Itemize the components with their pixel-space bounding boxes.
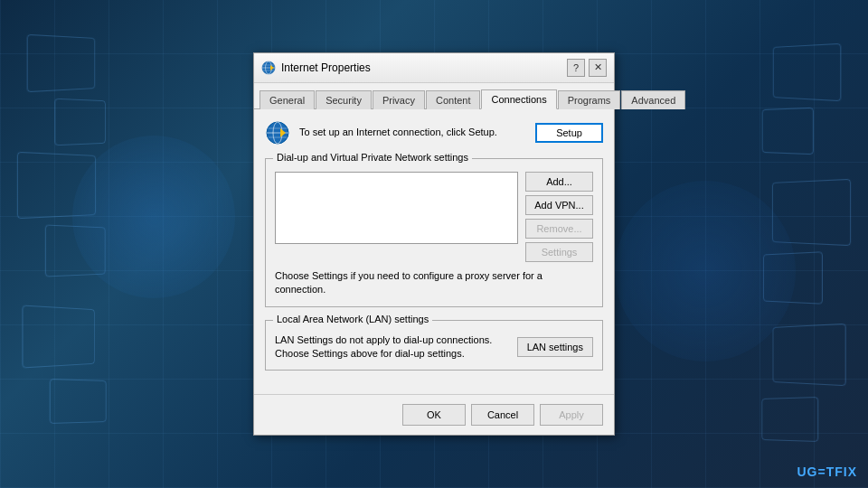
help-button[interactable]: ? (567, 59, 585, 77)
ie-icon (261, 61, 276, 75)
setup-button[interactable]: Setup (535, 123, 603, 143)
remove-button[interactable]: Remove... (525, 219, 593, 239)
dialup-list[interactable] (275, 172, 518, 244)
tab-advanced[interactable]: Advanced (621, 90, 685, 109)
apply-button[interactable]: Apply (540, 404, 603, 426)
dialog-title: Internet Properties (281, 61, 371, 74)
dialup-buttons: Add... Add VPN... Remove... Settings (525, 172, 593, 262)
dialup-legend: Dial-up and Virtual Private Network sett… (273, 152, 472, 163)
internet-properties-dialog: Internet Properties ? ✕ General Security… (253, 52, 615, 436)
setup-row: To set up an Internet connection, click … (265, 120, 603, 145)
close-button[interactable]: ✕ (589, 59, 607, 77)
lan-content: LAN Settings do not apply to dial-up con… (275, 333, 593, 361)
bottom-bar: OK Cancel Apply (254, 394, 614, 435)
watermark: UG=TFIX (797, 465, 857, 479)
ok-button[interactable]: OK (402, 404, 466, 426)
lan-legend: Local Area Network (LAN) settings (273, 314, 432, 324)
add-vpn-button[interactable]: Add VPN... (525, 195, 593, 215)
setup-globe-icon (265, 120, 290, 145)
lan-description: LAN Settings do not apply to dial-up con… (275, 333, 508, 361)
tab-security[interactable]: Security (316, 90, 372, 109)
tab-bar: General Security Privacy Content Connect… (254, 83, 614, 109)
dialup-note: Choose Settings if you need to configure… (275, 269, 593, 297)
settings-button[interactable]: Settings (525, 242, 593, 262)
tab-programs[interactable]: Programs (558, 90, 621, 109)
watermark-left: UG (797, 465, 817, 479)
setup-description: To set up an Internet connection, click … (299, 126, 526, 139)
tab-content[interactable]: Content (426, 90, 481, 109)
dialup-group: Dial-up and Virtual Private Network sett… (265, 158, 603, 307)
title-bar: Internet Properties ? ✕ (254, 53, 614, 83)
dialup-content: Add... Add VPN... Remove... Settings (275, 172, 593, 262)
watermark-right: TFIX (826, 465, 857, 479)
add-button[interactable]: Add... (525, 172, 593, 192)
lan-group: Local Area Network (LAN) settings LAN Se… (265, 320, 603, 371)
lan-settings-button[interactable]: LAN settings (517, 337, 593, 357)
tab-content-area: To set up an Internet connection, click … (254, 109, 614, 395)
tab-general[interactable]: General (259, 90, 315, 109)
tab-connections[interactable]: Connections (481, 89, 556, 109)
title-bar-left: Internet Properties (261, 61, 371, 75)
tab-privacy[interactable]: Privacy (373, 90, 425, 109)
title-buttons: ? ✕ (567, 59, 607, 77)
cancel-button[interactable]: Cancel (471, 404, 534, 426)
watermark-accent: = (817, 465, 826, 479)
